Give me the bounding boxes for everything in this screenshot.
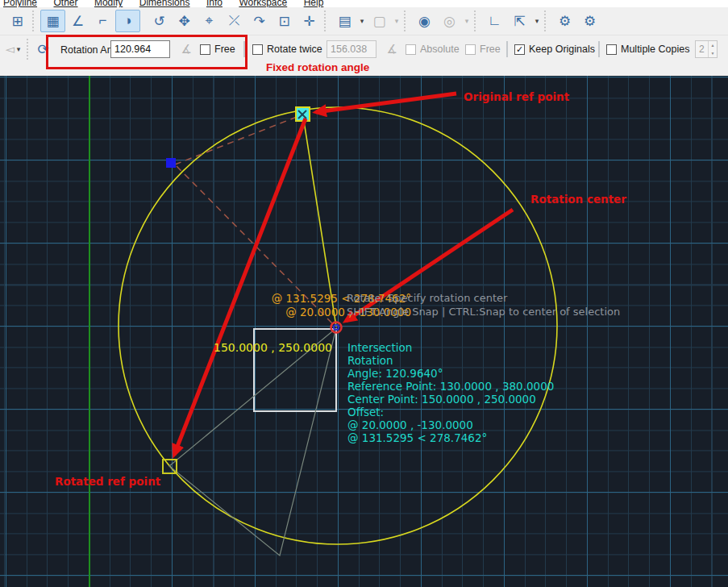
pan-arrows-icon[interactable]: ✛	[297, 10, 322, 32]
hide-entities-icon: ◎	[437, 10, 462, 32]
rotation-center-marker-inner	[334, 325, 339, 330]
pick-angle2-icon: ∡	[382, 38, 401, 60]
snap-target-icon[interactable]: ⌖	[197, 10, 222, 32]
settings-gear-icon[interactable]: ⚙	[552, 10, 577, 32]
free2-checkbox: Free	[465, 44, 501, 55]
toolbar-separator	[324, 10, 328, 31]
original-ref-label: Original ref point	[464, 90, 569, 103]
ghost-preview-lines	[169, 328, 336, 556]
hide-entities-dropdown: ▾	[462, 17, 472, 25]
show-entities-icon[interactable]: ◉	[412, 10, 437, 32]
scale-xy-icon[interactable]: ⤫	[222, 10, 247, 32]
copy-entities-icon[interactable]: ⊞	[5, 10, 30, 32]
menu-info[interactable]: Info	[206, 0, 223, 7]
group-separator	[598, 41, 600, 57]
multiple-copies-checkbox[interactable]: Multiple Copies	[606, 44, 689, 55]
drawing-settings-icon[interactable]: ⚙	[577, 10, 602, 32]
toolbar-rotate: ◅ ▾ ⟳ Rotation Angle: ∡ Free Rotate twic…	[0, 35, 728, 62]
info-offset-cartesian: @ 20.0000 , -130.0000	[347, 418, 554, 431]
group-separator	[506, 41, 508, 57]
rotation-info-block: Intersection Rotation Angle: 120.9640° R…	[347, 341, 554, 444]
rotate-twice-checkbox[interactable]: Rotate twice	[252, 44, 322, 55]
menu-workspace[interactable]: Workspace	[239, 0, 287, 7]
saved-views-dropdown[interactable]: ▾	[357, 17, 367, 25]
menu-modify[interactable]: Modify	[94, 0, 123, 7]
toolbar-separator	[32, 10, 36, 31]
info-rotation: Rotation	[347, 354, 554, 367]
multiple-copies-label: Multiple Copies	[621, 44, 689, 55]
info-center-point: Center Point: 150.0000 , 250.0000	[347, 393, 554, 406]
rotate-reference-icon[interactable]: ⟳	[31, 38, 56, 60]
fixed-rotation-annotation: Fixed rotation angle	[266, 61, 369, 73]
rubberband-to-refpoint	[175, 117, 297, 164]
menu-help[interactable]: Help	[304, 0, 324, 7]
info-reference-point: Reference Point: 130.0000 , 380.0000	[347, 380, 554, 393]
pick-angle-icon: ∡	[177, 38, 196, 60]
ucs-move-icon[interactable]: ⇱	[507, 10, 532, 32]
blue-grip-point[interactable]	[166, 158, 176, 168]
rotate-sketch-icon[interactable]: ↺	[147, 10, 172, 32]
free2-checkbox-box	[465, 44, 476, 55]
prompt-line2: SHIFT:Angle Snap | CTRL:Snap to center o…	[347, 306, 620, 318]
absolute-checkbox-label: Absolute	[420, 44, 460, 55]
rotation-angle-input[interactable]	[110, 40, 170, 58]
rotate-twice-checkbox-box[interactable]	[252, 44, 263, 55]
info-intersection: Intersection	[347, 341, 554, 354]
rotated-ref-label: Rotated ref point	[55, 475, 160, 488]
saved-views-icon[interactable]: ▤	[332, 10, 357, 32]
menu-dimensions[interactable]: Dimensions	[139, 0, 190, 7]
polar-tracking-icon[interactable]: ∠	[65, 10, 90, 32]
ucs-origin-icon[interactable]: ∟	[482, 10, 507, 32]
keep-originals-checkbox-box[interactable]: ✓	[514, 44, 525, 55]
second-angle-input	[327, 40, 376, 58]
zoom-window-icon[interactable]: ⊡	[272, 10, 297, 32]
viewport-dropdown: ▾	[392, 17, 401, 25]
ortho-corner-icon[interactable]: ⌐	[90, 10, 115, 32]
grid-snap-icon[interactable]: ▦	[40, 10, 65, 32]
snap-move-icon[interactable]: ✥	[172, 10, 197, 32]
rotation-center-label: Rotation center	[530, 193, 626, 206]
drawing-canvas[interactable]: @ 131.5295 < 278.7462° @ 20.0000 , -130.…	[0, 76, 728, 587]
copies-value: 2	[699, 44, 705, 55]
arrow-rotated-ref	[174, 119, 306, 455]
circle-mode-icon[interactable]: ◑	[115, 10, 140, 32]
keep-originals-label: Keep Originals	[529, 44, 595, 55]
toolbar-separator	[474, 10, 478, 31]
rotate-twice-label: Rotate twice	[267, 44, 322, 55]
free-checkbox-box[interactable]	[200, 44, 210, 55]
info-angle: Angle: 120.9640°	[347, 367, 554, 380]
spinner-up-icon: ▲	[709, 41, 717, 49]
group-separator	[243, 41, 245, 57]
prompt-line1: Rotate: Specify rotation center	[347, 292, 507, 304]
toolbar-separator	[544, 10, 548, 31]
free-checkbox[interactable]: Free	[200, 44, 235, 55]
menu-polyline[interactable]: Polyline	[3, 0, 37, 7]
spinner-down-icon: ▼	[709, 49, 717, 57]
arrow-original-ref	[316, 94, 456, 112]
ucs-dropdown[interactable]: ▾	[532, 17, 542, 25]
partial-dropdown[interactable]: ▾	[14, 45, 23, 53]
free2-checkbox-label: Free	[480, 44, 501, 55]
drawing-entities	[0, 76, 728, 587]
keep-originals-checkbox[interactable]: ✓ Keep Originals	[514, 44, 595, 55]
copies-spinner: 2 ▲ ▼	[695, 40, 718, 58]
absolute-checkbox: Absolute	[406, 44, 460, 55]
toolbar-snap: ⊞ ▦ ∠ ⌐ ◑ ↺ ✥ ⌖ ⤫ ↷ ⊡ ✛ ▤ ▾ ▢ ▾ ◉ ◎ ▾ ∟ …	[0, 7, 728, 35]
menu-other[interactable]: Other	[53, 0, 77, 7]
absolute-checkbox-box	[406, 44, 416, 55]
info-offset-polar: @ 131.5295 < 278.7462°	[347, 431, 554, 444]
toolbar-separator	[404, 10, 408, 31]
menu-bar: Polyline Other Modify Dimensions Info Wo…	[0, 0, 728, 7]
curve-arrow-icon[interactable]: ↷	[247, 10, 272, 32]
info-offset: Offset:	[347, 406, 554, 418]
center-point-coords: 150.0000 , 250.0000	[214, 341, 332, 354]
viewport-icon: ▢	[367, 10, 392, 32]
free-checkbox-label: Free	[214, 44, 235, 55]
multiple-copies-checkbox-box[interactable]	[606, 44, 617, 55]
